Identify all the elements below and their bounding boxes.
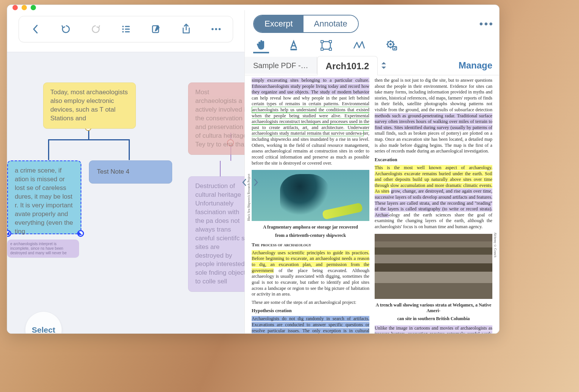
node-text: Destruction of cultural heritage Unfortu… <box>195 182 244 285</box>
sub-heading: Excavation <box>375 157 492 163</box>
resize-handle-icon[interactable] <box>77 230 84 237</box>
hl-green-box: archaeologists help us understand the co… <box>252 107 369 136</box>
node-test4[interactable]: Test Note 4 <box>89 160 172 184</box>
tab-sample[interactable]: Sample PDF -… <box>245 57 317 74</box>
svg-rect-10 <box>290 49 297 50</box>
node-text: Today, most archaeologists also employ e… <box>50 89 128 122</box>
tab-active[interactable]: Arch101.2 <box>317 56 378 75</box>
manage-label: Manage <box>459 60 492 70</box>
pdf-viewport[interactable]: simply excavating sites belonging to a p… <box>245 75 499 334</box>
reader-tools <box>245 36 499 53</box>
svg-rect-1 <box>125 26 130 27</box>
chevron-left-icon[interactable] <box>240 178 249 187</box>
outline-icon[interactable] <box>121 24 131 34</box>
figure-credit: Black Sea Shipwreck Research Project <box>247 168 251 221</box>
maximize-icon[interactable] <box>31 5 36 10</box>
link-line <box>129 139 130 160</box>
svg-point-8 <box>215 28 217 30</box>
svg-point-9 <box>219 28 221 30</box>
redo-icon <box>90 24 101 34</box>
figure-placeholder <box>375 234 492 299</box>
annotate-label: Annotate <box>314 19 347 29</box>
figure-credit: Alchemy © Crunch <box>493 232 497 299</box>
back-icon[interactable] <box>30 24 41 34</box>
svg-point-2 <box>122 28 124 30</box>
text-highlight-icon[interactable] <box>286 37 302 53</box>
excerpt-label: Excerpt <box>265 19 293 29</box>
svg-point-4 <box>122 31 124 33</box>
pdf-col-left: simply excavating sites belonging to a p… <box>252 78 369 334</box>
svg-rect-15 <box>329 48 332 50</box>
share-icon[interactable] <box>181 24 191 34</box>
mode-segment: Excerpt Annotate <box>253 15 359 33</box>
select-label: Select <box>32 325 55 334</box>
minimize-icon[interactable] <box>22 5 27 10</box>
tab-label: Arch101.2 <box>326 61 369 71</box>
pdf-col-right: then the goal is not just to dig the sit… <box>375 78 492 334</box>
figure-caption: from a thirteenth-century shipwreck <box>252 232 369 240</box>
pdf-text: ology and the earth sciences share the g… <box>375 212 492 229</box>
edit-icon[interactable] <box>151 24 161 34</box>
pdf-text: These are some of the steps of an archae… <box>252 300 369 306</box>
svg-rect-13 <box>329 40 332 43</box>
settings-icon[interactable] <box>383 37 399 53</box>
node-text: Test Note 4 <box>97 168 129 175</box>
reader-topbar: Excerpt Annotate ••• <box>245 10 499 36</box>
pane-divider[interactable] <box>240 178 260 187</box>
pdf-text: small finds, such as broken pieces of po… <box>375 131 492 154</box>
link-line <box>48 139 49 160</box>
node-text: Most archaeologists a actively involved … <box>195 89 244 148</box>
app-window: − − Today, most archaeologists also empl… <box>7 5 500 334</box>
link-line <box>48 139 130 140</box>
svg-rect-14 <box>321 48 323 50</box>
svg-rect-3 <box>125 29 130 30</box>
figure-placeholder <box>252 170 369 221</box>
select-button[interactable]: Select <box>25 312 62 334</box>
annotate-tab[interactable]: Annotate <box>304 16 358 32</box>
pdf-text: can help reveal how and why people in th… <box>252 95 369 107</box>
hl-purple: methods such as ground-penetrating radar… <box>375 113 492 130</box>
more-icon[interactable] <box>211 24 221 34</box>
svg-rect-5 <box>125 31 130 33</box>
pdf-text: then the goal is not just to dig the sit… <box>375 78 492 112</box>
node-red[interactable]: Most archaeologists a actively involved … <box>188 82 244 155</box>
hand-tool-icon[interactable] <box>253 37 269 53</box>
doc-tabbar: Sample PDF -… Arch101.2 Manage <box>245 56 499 75</box>
sort-icon[interactable] <box>378 61 390 70</box>
node-root[interactable]: Today, most archaeologists also employ e… <box>43 82 136 129</box>
section-heading: The process of archaeology <box>252 242 369 248</box>
left-toolbar <box>19 16 233 42</box>
node-tiny[interactable]: e archaeologists interpret is incomplete… <box>7 240 79 258</box>
figure-caption: A fragmentary amphora or storage jar rec… <box>252 223 369 231</box>
mindmap-pane: − − Today, most archaeologists also empl… <box>7 10 244 334</box>
hl-purple: simply excavating sites belonging to a p… <box>252 78 369 95</box>
resize-handle-icon[interactable] <box>7 230 11 237</box>
node-lavender[interactable]: Destruction of cultural heritage Unfortu… <box>188 176 244 292</box>
svg-point-0 <box>122 26 124 27</box>
manage-button[interactable]: Manage <box>452 60 499 71</box>
sub-heading: Hypothesis creation <box>252 308 369 314</box>
node-selected[interactable]: a crime scene, if ation is missed or los… <box>7 160 81 234</box>
node-text: e archaeologists interpret is incomplete… <box>10 242 67 255</box>
reader-pane: Excerpt Annotate ••• <box>244 10 499 334</box>
titlebar <box>7 5 499 10</box>
figure-caption: A trench wall showing various strata at … <box>375 301 492 315</box>
reader-more-icon[interactable]: ••• <box>479 18 494 30</box>
lasso-tool-icon[interactable] <box>351 37 367 53</box>
close-icon[interactable] <box>12 5 18 10</box>
rect-select-icon[interactable] <box>318 37 334 53</box>
mindmap-canvas[interactable]: − − Today, most archaeologists also empl… <box>7 52 244 334</box>
svg-point-7 <box>212 28 214 30</box>
hl-purple: Unlike the image in cartoons and movies … <box>375 325 492 334</box>
svg-rect-12 <box>321 40 323 43</box>
excerpt-tab[interactable]: Excerpt <box>254 16 304 32</box>
undo-icon[interactable] <box>61 24 71 34</box>
content-split: − − Today, most archaeologists also empl… <box>7 10 499 334</box>
node-text: a crime scene, if ation is missed or los… <box>15 167 73 235</box>
tab-label: Sample PDF -… <box>253 61 308 70</box>
hl-blue: Archaeologists do not dig randomly in se… <box>252 316 369 334</box>
figure-caption: can site in southern British Columbia <box>375 315 492 323</box>
chevron-right-icon[interactable] <box>252 178 260 187</box>
svg-point-17 <box>389 43 392 45</box>
link-line <box>220 161 221 177</box>
